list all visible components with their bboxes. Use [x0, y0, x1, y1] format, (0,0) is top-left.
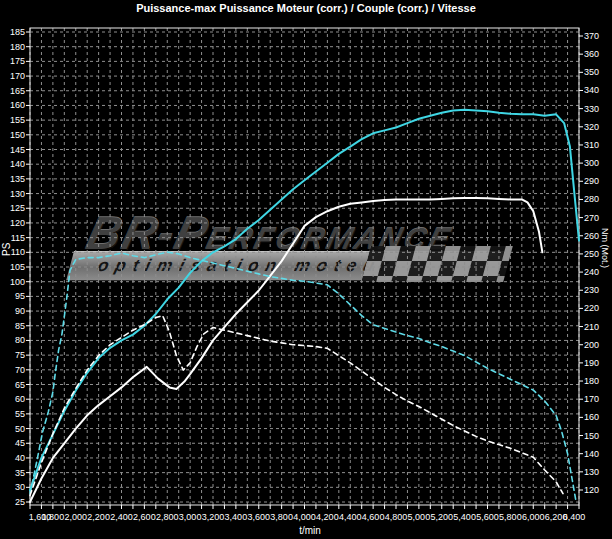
y-right-tick-label: 150 — [584, 431, 599, 441]
y-left-tick-label: 45 — [15, 438, 25, 448]
y-right-tick-label: 350 — [584, 67, 599, 77]
plot-area: 1851801751701651601551501451401351301251… — [0, 0, 612, 539]
y-left-tick-label: 30 — [15, 482, 25, 492]
plot-border — [30, 28, 579, 505]
y-left-tick-label: 80 — [15, 335, 25, 345]
y-left-tick-label: 25 — [15, 497, 25, 507]
y-right-tick-label: 170 — [584, 394, 599, 404]
x-tick-label: 4,000 — [293, 512, 316, 522]
y-left-tick-label: 90 — [15, 306, 25, 316]
x-tick-label: 4,200 — [316, 512, 339, 522]
x-tick-label: 3,000 — [179, 512, 202, 522]
y-left-tick-label: 160 — [10, 100, 25, 110]
x-tick-label: 1,800 — [42, 512, 65, 522]
y-left-tick-label: 75 — [15, 350, 25, 360]
x-tick-label: 2,400 — [110, 512, 133, 522]
y-right-tick-label: 140 — [584, 449, 599, 459]
x-tick-label: 6,400 — [563, 512, 586, 522]
x-tick-label: 2,000 — [64, 512, 87, 522]
x-tick-label: 5,600 — [476, 512, 499, 522]
x-tick-label: 5,200 — [430, 512, 453, 522]
x-tick-label: 6,000 — [522, 512, 545, 522]
x-tick-label: 3,600 — [247, 512, 270, 522]
x-tick-label: 2,800 — [156, 512, 179, 522]
y-right-tick-label: 230 — [584, 285, 599, 295]
y-right-tick-label: 210 — [584, 322, 599, 332]
y-right-tick-label: 130 — [584, 467, 599, 477]
y-left-tick-label: 150 — [10, 130, 25, 140]
y-left-tick-label: 130 — [10, 189, 25, 199]
y-right-tick-label: 330 — [584, 104, 599, 114]
y-right-tick-label: 310 — [584, 140, 599, 150]
y-left-tick-label: 145 — [10, 145, 25, 155]
x-tick-label: 3,400 — [225, 512, 248, 522]
y-left-tick-label: 140 — [10, 159, 25, 169]
y-left-tick-label: 135 — [10, 174, 25, 184]
y-left-tick-label: 175 — [10, 56, 25, 66]
x-tick-label: 4,400 — [339, 512, 362, 522]
y-right-tick-label: 360 — [584, 49, 599, 59]
y-right-tick-label: 160 — [584, 412, 599, 422]
y-right-tick-label: 190 — [584, 358, 599, 368]
x-tick-label: 2,200 — [87, 512, 110, 522]
x-tick-label: 4,800 — [385, 512, 408, 522]
y-right-tick-label: 120 — [584, 485, 599, 495]
curve-torque-dashed-cyan — [30, 252, 576, 499]
y-left-tick-label: 50 — [15, 424, 25, 434]
y-left-tick-label: 170 — [10, 71, 25, 81]
y-left-tick-label: 65 — [15, 380, 25, 390]
y-right-tick-label: 260 — [584, 231, 599, 241]
y-axis-right-label: Nm (Mot.) — [600, 228, 610, 268]
y-left-tick-label: 115 — [11, 233, 25, 243]
y-right-tick-label: 200 — [584, 340, 599, 350]
y-right-tick-label: 220 — [584, 303, 599, 313]
y-left-tick-label: 55 — [15, 409, 25, 419]
y-right-tick-label: 270 — [584, 213, 599, 223]
y-right-tick-label: 250 — [584, 249, 599, 259]
y-right-tick-label: 280 — [584, 194, 599, 204]
y-right-tick-label: 340 — [584, 85, 599, 95]
x-tick-label: 5,400 — [453, 512, 476, 522]
y-left-tick-label: 85 — [15, 321, 25, 331]
y-left-tick-label: 180 — [10, 42, 25, 52]
y-right-tick-label: 370 — [584, 31, 599, 41]
y-left-tick-label: 110 — [11, 247, 25, 257]
x-axis-label: t/min — [270, 525, 350, 536]
y-left-tick-label: 100 — [10, 277, 25, 287]
x-tick-label: 4,600 — [362, 512, 385, 522]
y-left-tick-label: 95 — [15, 291, 25, 301]
y-right-tick-label: 300 — [584, 158, 599, 168]
y-left-tick-label: 165 — [10, 86, 25, 96]
y-left-tick-label: 40 — [15, 453, 25, 463]
x-tick-label: 3,200 — [202, 512, 225, 522]
y-right-tick-label: 290 — [584, 176, 599, 186]
y-right-tick-label: 320 — [584, 122, 599, 132]
x-tick-label: 5,800 — [499, 512, 522, 522]
y-left-tick-label: 70 — [15, 365, 25, 375]
y-left-tick-label: 120 — [10, 218, 25, 228]
y-left-tick-label: 35 — [15, 468, 25, 478]
y-left-tick-label: 105 — [10, 262, 25, 272]
y-left-tick-label: 185 — [10, 27, 25, 37]
dyno-chart-window: Puissance-max Puissance Moteur (corr.) /… — [0, 0, 612, 539]
y-right-tick-label: 180 — [584, 376, 599, 386]
y-right-tick-label: 240 — [584, 267, 599, 277]
y-left-tick-label: 125 — [10, 203, 25, 213]
y-left-tick-label: 60 — [15, 394, 25, 404]
y-axis-left-label: PS — [1, 243, 12, 256]
x-tick-label: 5,000 — [408, 512, 431, 522]
x-tick-label: 3,800 — [270, 512, 293, 522]
y-left-tick-label: 155 — [10, 115, 25, 125]
x-tick-label: 2,600 — [133, 512, 156, 522]
